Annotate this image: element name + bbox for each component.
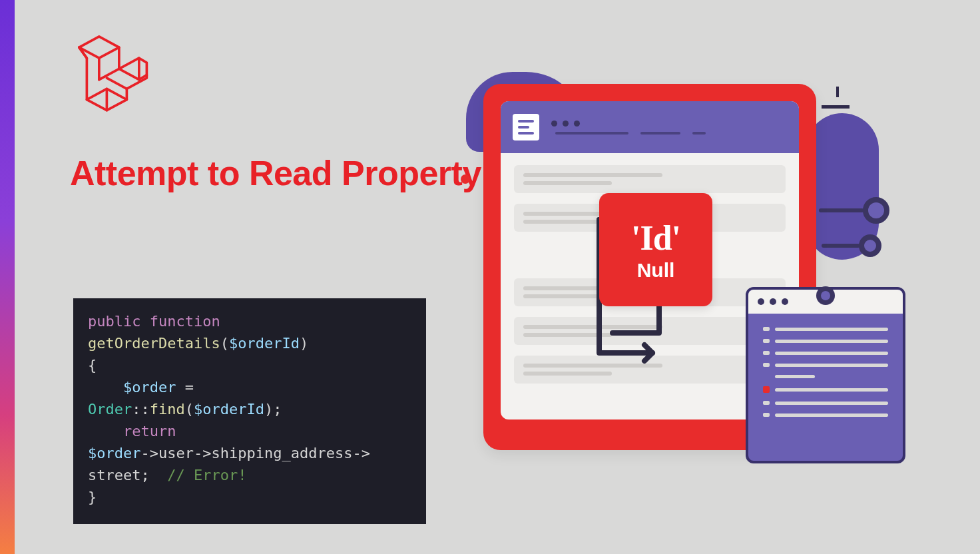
decorative-dot [461,174,470,184]
side-panel-body [748,314,903,438]
window-dots-icon [551,121,787,127]
hero-illustration: 'Id' Null [439,60,932,466]
browser-header [501,101,799,153]
decorative-gradient-bar [0,0,15,554]
side-panel [746,287,905,463]
header-lines [555,132,787,135]
error-badge-null: Null [637,259,675,282]
menu-icon [513,114,539,140]
error-badge-id: 'Id' [631,218,680,258]
node-icon [859,234,881,257]
slider-knob-icon [816,286,835,305]
list-item [514,165,786,193]
connector-line [822,244,860,248]
connector-line [819,208,864,212]
code-sample: public function getOrderDetails($orderId… [73,298,426,524]
node-icon [863,197,889,224]
decorative-tick [822,105,850,109]
decorative-tick [836,87,839,97]
laravel-logo [70,32,150,112]
error-badge: 'Id' Null [599,193,712,306]
